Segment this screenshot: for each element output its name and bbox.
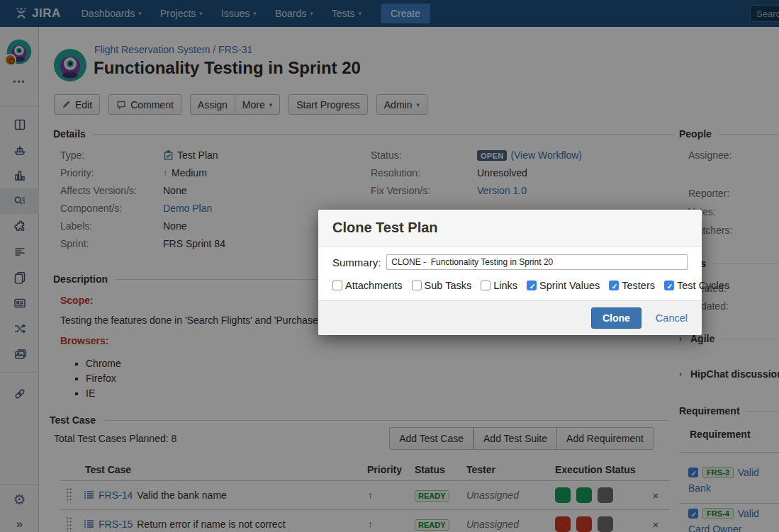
testers-checkbox[interactable]: [609, 281, 619, 290]
summary-input[interactable]: [386, 254, 688, 270]
cancel-link[interactable]: Cancel: [656, 312, 688, 324]
clone-button[interactable]: Clone: [591, 307, 641, 329]
option-sprint-values[interactable]: Sprint Values: [527, 280, 600, 291]
summary-label: Summary:: [332, 256, 381, 268]
dialog-footer: Clone Cancel: [318, 300, 702, 335]
option-sub-tasks[interactable]: Sub Tasks: [412, 280, 472, 291]
option-links[interactable]: Links: [481, 280, 517, 291]
dialog-body: Summary: Attachments Sub Tasks Links Spr…: [318, 247, 702, 300]
option-testers[interactable]: Testers: [609, 280, 655, 291]
test-cycles-checkbox[interactable]: [664, 281, 674, 290]
clone-options-row: Attachments Sub Tasks Links Sprint Value…: [332, 280, 688, 291]
dialog-title: Clone Test Plan: [332, 220, 688, 236]
dialog-header: Clone Test Plan: [318, 210, 702, 247]
option-attachments[interactable]: Attachments: [332, 280, 403, 291]
option-test-cycles[interactable]: Test Cycles: [664, 280, 729, 291]
clone-test-plan-dialog: Clone Test Plan Summary: Attachments Sub…: [318, 210, 702, 335]
sub-tasks-checkbox[interactable]: [412, 281, 422, 290]
sprint-values-checkbox[interactable]: [527, 281, 537, 290]
attachments-checkbox[interactable]: [332, 281, 342, 290]
links-checkbox[interactable]: [481, 281, 491, 290]
